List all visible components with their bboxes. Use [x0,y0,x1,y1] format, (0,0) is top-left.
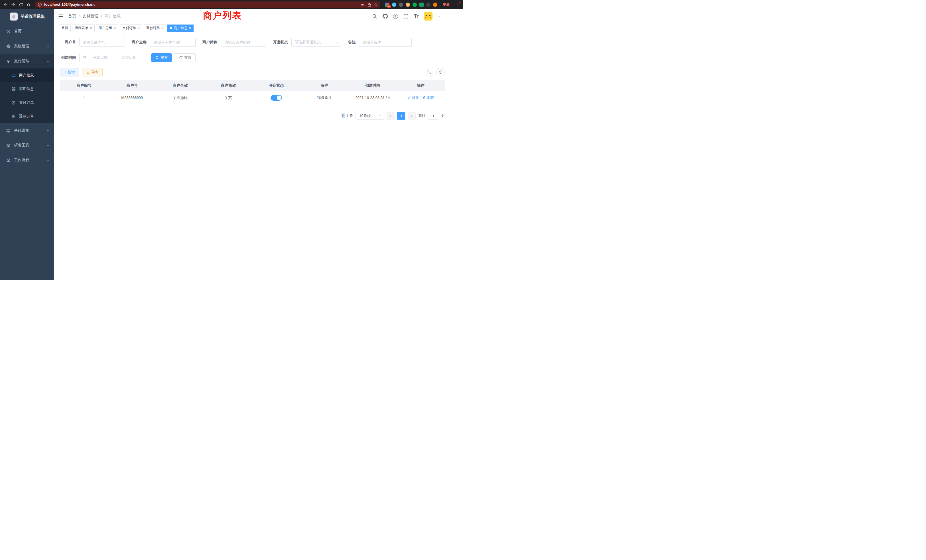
edit-icon [407,96,411,100]
cell-status [252,91,301,104]
toggle-search-button[interactable] [425,68,433,76]
filter-create-time: 创建时间 开始日期 - 结束日期 [60,53,144,62]
browser-reload-icon[interactable] [18,2,23,7]
merchant-short-name-input[interactable] [221,38,266,47]
edit-link-label: 修改 [412,95,419,100]
merchant-no-input[interactable] [79,38,125,47]
extension-avatar-icon[interactable] [406,3,410,7]
filter-label: 开启状态 [273,39,288,45]
delete-link[interactable]: 删除 [422,95,434,100]
extension-profile-icon[interactable] [433,3,437,7]
header-search-icon[interactable] [372,14,377,19]
site-info-icon[interactable] [38,3,42,7]
font-size-big: T [414,14,417,18]
cell-merchant-name: 芋道源码 [156,91,204,104]
cell-merchant-no: M233666999 [108,91,156,104]
sidebar-item-dev-tools[interactable]: 研发工具 [0,138,54,153]
page-size-select[interactable]: 10条/页 [356,112,384,120]
sidebar-item-system[interactable]: 系统管理 [0,39,54,54]
refresh-table-button[interactable] [436,68,445,76]
tab-close-icon[interactable]: × [90,26,92,30]
extension-green-icon[interactable] [413,3,417,7]
monitor-icon [6,129,11,133]
search-button[interactable]: 搜索 [151,53,172,62]
font-size-icon[interactable]: T T [414,14,419,18]
browser-update-button[interactable]: 更新 [443,2,450,7]
extension-badge: 10 [387,5,391,8]
breadcrumb: 首页 / 支付管理 / 商户信息 [68,14,121,19]
tab-merchant-info[interactable]: 商户信息 × [167,24,194,32]
sidebar-item-infrastructure[interactable]: 基础设施 [0,123,54,138]
trash-icon [422,96,426,100]
sidebar-item-home[interactable]: 首页 [0,24,54,39]
date-range-picker[interactable]: 开始日期 - 结束日期 [79,53,144,62]
pagination: 共 1 条 10条/页 1 前往 页 [60,112,445,120]
app-logo[interactable]: 芋道管理系统 [0,9,54,24]
browser-menu-icon[interactable]: ⋮ [454,2,460,7]
chevron-left-icon [389,114,392,118]
sidebar-item-app-info[interactable]: 应用信息 [0,82,54,96]
cell-create-time: 2021-10-23 08:31:14 [349,91,397,104]
github-icon[interactable] [383,14,388,19]
user-avatar[interactable] [424,12,433,21]
sidebar-item-label: 商户信息 [19,73,34,78]
filter-status: 开启状态 请选择开启状态 [273,38,341,47]
export-button[interactable]: 导出 [82,68,103,76]
bookmark-star-icon[interactable]: ☆ [374,3,377,6]
page-number-button[interactable]: 1 [397,112,405,120]
sidebar-item-workflow[interactable]: 工作流程 [0,153,54,168]
filter-merchant-short-name: 商户简称 [203,38,266,47]
extension-drop-icon[interactable] [392,3,396,7]
tab-close-icon[interactable]: × [114,26,116,30]
url-text[interactable]: localhost:1024/pay/merchant [44,3,95,6]
pagination-total-prefix: 共 [342,114,345,118]
extension-gray-icon[interactable] [399,3,403,7]
prev-page-button[interactable] [387,112,395,120]
reset-button[interactable]: 重置 [175,53,195,62]
tab-close-icon[interactable]: × [161,26,163,30]
sidebar-item-refund-orders[interactable]: 退款订单 [0,109,54,123]
extension-pinwheel-icon[interactable] [426,3,431,7]
help-icon[interactable]: ? [393,14,398,19]
tab-process-form[interactable]: 流程表单 × [72,24,95,32]
add-button[interactable]: + 新增 [60,68,79,76]
avatar-caret-icon[interactable] [438,16,440,17]
extension-notes-icon[interactable] [419,3,424,7]
share-icon[interactable] [367,3,371,7]
column-header: 创建时间 [349,80,397,91]
remark-input[interactable] [359,38,412,47]
fullscreen-icon[interactable] [403,14,409,19]
merchant-name-input[interactable] [150,38,195,47]
target-icon [11,101,16,105]
calendar-icon [82,56,86,60]
edit-link[interactable]: 修改 [407,95,419,100]
sidebar-item-payment[interactable]: ¥ 支付管理 [0,54,54,68]
breadcrumb-home[interactable]: 首页 [68,14,76,19]
goto-page-input[interactable] [428,112,439,120]
next-page-button[interactable] [408,112,416,120]
chevron-down-icon [47,129,50,132]
breadcrumb-payment[interactable]: 支付管理 [82,14,98,19]
tab-close-icon[interactable]: × [189,26,191,30]
table-toolbar: + 新增 导出 [60,68,445,76]
filter-row-2: 创建时间 开始日期 - 结束日期 搜索 重置 [60,53,445,63]
sidebar-item-merchant-info[interactable]: 商户信息 [0,68,54,82]
column-header: 商户号 [108,80,156,91]
status-toggle[interactable] [271,95,282,101]
tab-refund-orders[interactable]: 退款订单 × [144,24,166,32]
tab-pay-orders[interactable]: 支付订单 × [120,24,142,32]
address-bar[interactable]: localhost:1024/pay/merchant ☆ [35,2,380,8]
browser-forward-icon[interactable] [11,2,16,7]
browser-back-icon[interactable] [3,2,8,7]
browser-home-icon[interactable] [26,2,31,7]
hamburger-icon[interactable] [58,14,64,19]
status-select[interactable]: 请选择开启状态 [291,38,341,47]
tab-close-icon[interactable]: × [138,26,140,30]
sidebar-item-pay-orders[interactable]: 支付订单 [0,96,54,109]
tab-user-group[interactable]: 用户分组 × [96,24,119,32]
search-icon [427,70,431,74]
tab-label: 退款订单 [146,26,160,30]
tab-home[interactable]: 首页 [59,24,71,32]
password-key-icon[interactable] [361,3,365,7]
extension-colorful-icon[interactable]: 10 [385,3,389,7]
